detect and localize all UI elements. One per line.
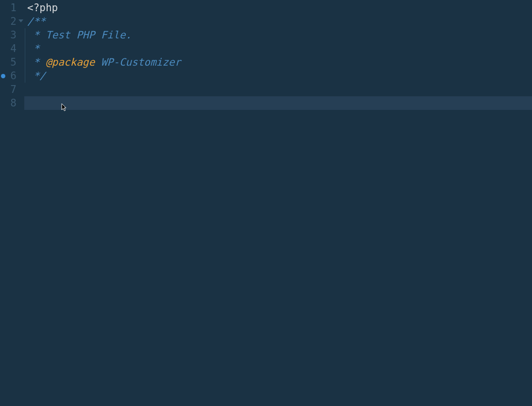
code-line[interactable]: * Test PHP File. xyxy=(24,28,532,42)
token: * xyxy=(27,43,39,54)
token xyxy=(95,56,101,68)
code-line-content: * xyxy=(27,43,39,54)
fold-down-icon[interactable] xyxy=(18,19,23,22)
indent-guide xyxy=(25,69,25,83)
code-line-content: */ xyxy=(27,70,46,82)
token: WP-Customizer xyxy=(101,56,181,68)
line-number[interactable]: 1 xyxy=(0,1,24,15)
indent-guide xyxy=(25,55,25,69)
token: <?php xyxy=(27,2,58,14)
mouse-cursor-icon xyxy=(61,103,68,112)
code-line[interactable]: <?php xyxy=(24,1,532,15)
line-number[interactable]: 3 xyxy=(0,28,24,42)
indent-guide xyxy=(25,28,25,42)
token: * Test PHP File. xyxy=(27,29,132,41)
code-area[interactable]: <?php/** * Test PHP File. * * @package W… xyxy=(24,0,532,406)
line-number[interactable]: 7 xyxy=(0,83,24,96)
line-number[interactable]: 5 xyxy=(0,55,24,69)
code-line[interactable]: * xyxy=(24,42,532,55)
line-number[interactable]: 4 xyxy=(0,42,24,55)
gutter: 12345678 xyxy=(0,0,24,406)
code-line[interactable]: */ xyxy=(24,69,532,83)
token: /** xyxy=(27,16,46,27)
token: * xyxy=(27,56,46,68)
code-line-content: * @package WP-Customizer xyxy=(27,56,181,68)
code-line-content: * Test PHP File. xyxy=(27,29,132,41)
indent-guide xyxy=(25,42,25,55)
gutter-marker-icon[interactable] xyxy=(1,74,5,78)
line-number[interactable]: 2 xyxy=(0,15,24,28)
code-line-content: <?php xyxy=(27,2,58,14)
code-line[interactable] xyxy=(24,96,532,110)
code-line[interactable]: * @package WP-Customizer xyxy=(24,55,532,69)
line-number[interactable]: 8 xyxy=(0,96,24,110)
current-line-highlight xyxy=(24,96,532,110)
code-editor[interactable]: 12345678 <?php/** * Test PHP File. * * @… xyxy=(0,0,532,406)
token: */ xyxy=(27,70,46,82)
code-line[interactable] xyxy=(24,83,532,96)
token: @package xyxy=(46,56,95,68)
code-line-content: /** xyxy=(27,16,46,27)
code-line[interactable]: /** xyxy=(24,15,532,28)
